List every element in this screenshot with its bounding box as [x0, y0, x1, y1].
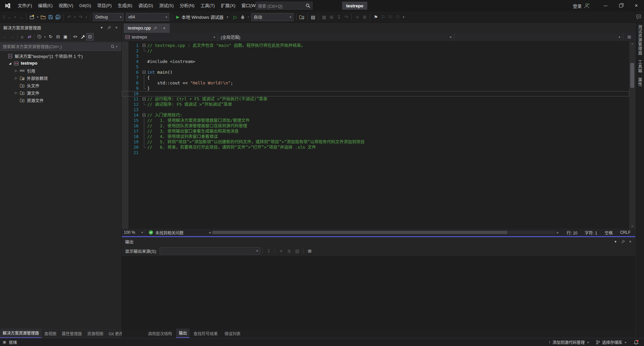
menu-item[interactable]: 文件(F): [15, 0, 35, 11]
code-line[interactable]: 17// 3. 使用输出窗口查看生成输出和其他消息: [122, 129, 629, 134]
refresh-icon[interactable]: ↻: [47, 33, 54, 41]
tree-item[interactable]: 资源文件: [0, 96, 121, 104]
show-all-files-icon[interactable]: ▣: [62, 33, 69, 41]
line-indicator-margin[interactable]: [122, 102, 128, 107]
quick-search-box[interactable]: 搜索 (Ctrl+Q): [256, 2, 313, 10]
editor-horizontal-scrollbar[interactable]: ◀ ▶: [207, 229, 560, 236]
scroll-down-icon[interactable]: ▼: [631, 224, 634, 229]
add-to-source-control-button[interactable]: ↑ 添加到源代码管理 ▲: [546, 338, 592, 346]
toggle-bookmark-icon[interactable]: ⚑: [372, 13, 379, 21]
scroll-up-icon[interactable]: ▲: [631, 42, 634, 46]
previous-bookmark-icon[interactable]: ⚐: [379, 13, 387, 21]
debug-target-dropdown[interactable]: ▾: [225, 15, 229, 19]
code-line[interactable]: 2//: [122, 48, 629, 54]
h-scrollbar-thumb[interactable]: [212, 231, 507, 234]
line-indicator-margin[interactable]: [122, 70, 128, 75]
member-dropdown[interactable]: ▾: [454, 33, 623, 41]
background-tasks-icon[interactable]: ▣: [3, 340, 6, 344]
solution-explorer-search-box[interactable]: 搜索解决方案资源管理器(Ctrl+;) ▾: [0, 42, 121, 51]
sidebar-tab[interactable]: 类视图: [42, 329, 59, 338]
navigate-back-dropdown[interactable]: ▾: [13, 15, 17, 19]
split-window-icon[interactable]: ⊞: [623, 33, 635, 41]
undo-icon[interactable]: ↶: [65, 13, 73, 21]
indent-icon[interactable]: ≣: [361, 13, 368, 21]
restore-button[interactable]: [613, 0, 629, 11]
scrollbar-thumb[interactable]: [630, 63, 634, 88]
document-health-indicator[interactable]: 未找到相关问题: [145, 230, 187, 235]
solution-configuration-dropdown[interactable]: Debug▾: [93, 13, 124, 21]
clear-all-icon[interactable]: ▤: [293, 247, 301, 255]
sidebar-tab[interactable]: 资源视图: [85, 329, 106, 338]
code-line[interactable]: 13: [122, 107, 629, 113]
redo-icon[interactable]: ↷: [77, 13, 84, 21]
fold-collapse-icon[interactable]: −: [141, 96, 147, 102]
tree-item[interactable]: 解决方案"testrepo"(1 个项目/共 1 个): [0, 52, 121, 60]
code-line[interactable]: 18// 4. 使用错误列表窗口查看错误: [122, 134, 629, 139]
tree-item[interactable]: ▷引用: [0, 67, 121, 74]
line-indicator-margin[interactable]: [122, 139, 128, 145]
filter-dropdown[interactable]: ▾: [43, 35, 47, 39]
close-button[interactable]: ×: [629, 0, 644, 11]
panel-tab[interactable]: 输出: [176, 329, 190, 338]
redo-dropdown[interactable]: ▾: [84, 15, 88, 19]
menu-item[interactable]: 调试(D): [135, 0, 156, 11]
output-position-dropdown-icon[interactable]: ▾: [612, 238, 619, 245]
toolbar-overflow-dropdown[interactable]: ▾: [401, 15, 406, 19]
tab-close-icon[interactable]: ×: [162, 26, 167, 30]
fold-collapse-icon[interactable]: −: [141, 70, 147, 75]
code-line[interactable]: 4#include <iostream>: [122, 59, 629, 64]
tree-item[interactable]: ▷源文件: [0, 89, 121, 96]
open-folder-icon[interactable]: [40, 13, 47, 21]
code-line[interactable]: 9}: [122, 86, 629, 91]
tree-expand-icon[interactable]: ▷: [13, 69, 19, 72]
new-project-icon[interactable]: [28, 13, 36, 21]
editor-vertical-scrollbar[interactable]: ▲ ▼: [629, 42, 635, 229]
close-panel-icon[interactable]: ×: [113, 24, 119, 30]
line-indicator-margin[interactable]: [122, 91, 128, 96]
toolbar-drag-handle[interactable]: ⣿: [1, 15, 6, 19]
se-search-options-dropdown[interactable]: ▾: [115, 45, 119, 48]
hot-reload-icon[interactable]: [239, 13, 246, 21]
preview-selected-items-icon[interactable]: ⊡: [86, 33, 94, 41]
minimize-button[interactable]: [598, 0, 613, 11]
code-line[interactable]: 6−int main(): [122, 70, 629, 75]
send-feedback-icon[interactable]: [636, 14, 641, 19]
clear-bookmarks-icon[interactable]: ⚐: [394, 13, 401, 21]
scroll-right-icon[interactable]: ▶: [555, 231, 560, 234]
line-indicator-margin[interactable]: [122, 80, 128, 86]
indentation-indicator[interactable]: 空格: [605, 230, 613, 235]
se-forward-icon[interactable]: →: [9, 33, 16, 41]
zoom-level-dropdown[interactable]: 100 % ▾: [122, 229, 145, 236]
line-ending-indicator[interactable]: CRLF: [620, 230, 631, 235]
switch-views-icon[interactable]: ⇄: [26, 33, 33, 41]
panel-tab[interactable]: 查找符号结果: [191, 329, 220, 338]
menu-item[interactable]: 测试(S): [156, 0, 176, 11]
output-content[interactable]: [122, 256, 635, 329]
line-indicator-margin[interactable]: [122, 113, 128, 118]
sidebar-tab[interactable]: 属性管理器: [59, 329, 85, 338]
code-line[interactable]: 20// 6. 将来，若要再次打开此项目，请转到“文件”>“打开”>“项目”并选…: [122, 145, 629, 150]
sidebar-tab[interactable]: 解决方案资源管理器: [0, 329, 42, 338]
find-in-files-icon[interactable]: [298, 13, 306, 21]
hot-reload-dropdown[interactable]: ▾: [246, 15, 250, 19]
code-line[interactable]: 19// 5. 转到“项目”>“添加新项”以创建新的代码文件，或转到“项目”>“…: [122, 139, 629, 145]
menu-item[interactable]: 生成(B): [115, 0, 135, 11]
se-home-icon[interactable]: ⌂: [18, 33, 26, 41]
line-indicator-margin[interactable]: [122, 64, 128, 70]
solution-explorer-window-icon[interactable]: ▤: [309, 13, 317, 21]
line-indicator-margin[interactable]: [122, 134, 128, 139]
fold-collapse-icon[interactable]: −: [141, 43, 147, 48]
scope-dropdown[interactable]: (全局范围) ▾: [218, 33, 454, 41]
menu-item[interactable]: 分析(N): [177, 0, 198, 11]
fold-collapse-icon[interactable]: −: [141, 113, 147, 118]
find-message-icon[interactable]: ↧: [265, 247, 273, 255]
code-line[interactable]: 8 std::cout << "Hello World!\n";: [122, 80, 629, 86]
menu-item[interactable]: 工具(T): [198, 0, 218, 11]
line-indicator-margin[interactable]: [122, 123, 128, 129]
undo-dropdown[interactable]: ▾: [73, 15, 77, 19]
toggle-word-wrap-icon[interactable]: ⊞: [306, 247, 314, 255]
new-project-dropdown[interactable]: ▾: [36, 15, 40, 19]
autohide-tab[interactable]: 属性: [637, 78, 643, 86]
scroll-left-icon[interactable]: ◀: [207, 231, 212, 234]
line-indicator-margin[interactable]: [122, 150, 128, 155]
